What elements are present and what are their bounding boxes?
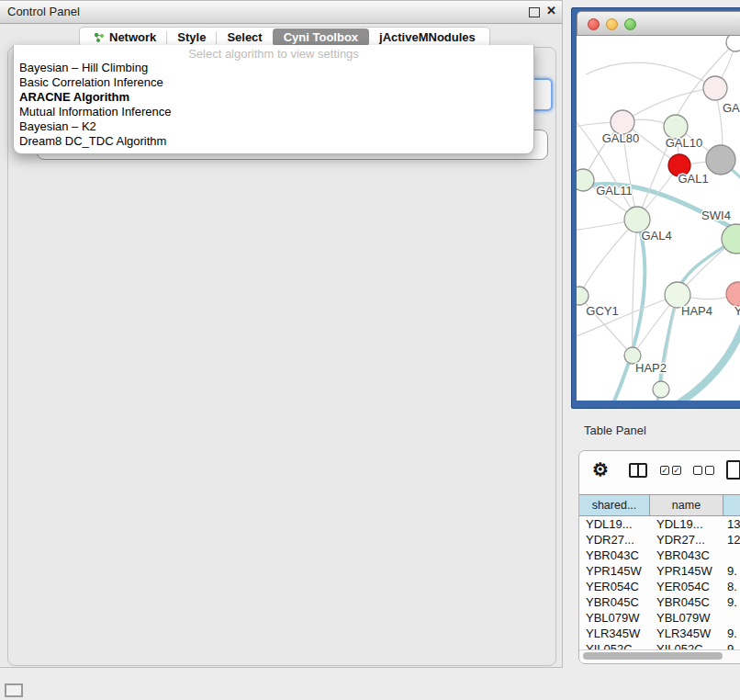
table-header-row: shared... name — [579, 494, 740, 516]
column-header-extra[interactable] — [723, 495, 740, 515]
scrollbar-thumb[interactable] — [583, 652, 723, 660]
tab-cyni-toolbox[interactable]: Cyni Toolbox — [273, 28, 369, 46]
node-label: GAL1 — [678, 172, 708, 186]
table-cell: YDL19... — [656, 516, 721, 532]
node-label: GAL11 — [596, 184, 633, 198]
network-node[interactable] — [577, 169, 594, 191]
algorithm-dropdown-popup: Select algorithm to view settings Bayesi… — [13, 45, 534, 154]
tab-jactivemnodules[interactable]: jActiveMNodules — [369, 28, 486, 46]
split-columns-icon[interactable] — [629, 463, 647, 478]
control-panel-window: Control Panel ✕ Network Style Select Cyn… — [0, 0, 563, 668]
table-row[interactable]: YBR045CYBR045C9. — [579, 594, 740, 610]
collapsed-panel-icon[interactable] — [5, 683, 23, 697]
table-cell: YPR145W — [586, 563, 648, 579]
table-cell: 9. — [727, 594, 740, 610]
table-row[interactable]: YER054CYER054C8. — [579, 579, 740, 594]
tab-network-label: Network — [109, 30, 156, 44]
close-icon[interactable]: ✕ — [546, 4, 556, 17]
node-label: GAL — [723, 101, 740, 115]
minimize-window-icon[interactable] — [606, 18, 618, 30]
table-body: YDL19...YDL19...13YDR27...YDR27...12YBR0… — [579, 516, 740, 649]
algorithm-option[interactable]: Bayesian – Hill Climbing — [14, 61, 533, 75]
table-cell: YDR27... — [586, 532, 648, 548]
table-cell: YDR27... — [656, 532, 721, 548]
table-cell: YBR043C — [656, 548, 721, 563]
table-cell: YBR043C — [586, 548, 648, 563]
table-cell: YBL079W — [586, 610, 648, 626]
table-cell: 9. — [727, 563, 740, 579]
network-tab-icon — [94, 32, 105, 43]
table-row[interactable]: YDL19...YDL19...13 — [579, 516, 740, 532]
node-label: GAL10 — [666, 136, 702, 150]
table-cell: YDL19... — [586, 516, 648, 532]
table-row[interactable]: YIL052CYIL052C9. — [579, 641, 740, 649]
table-cell: YBL079W — [656, 610, 721, 626]
table-cell: 9. — [727, 641, 740, 649]
node-label: GCY1 — [586, 304, 618, 318]
table-row[interactable]: YLR345WYLR345W9. — [579, 626, 740, 641]
network-node[interactable] — [703, 76, 727, 100]
algorithm-dropdown-list: Bayesian – Hill ClimbingBasic Correlatio… — [14, 61, 533, 149]
algorithm-option[interactable]: Bayesian – K2 — [14, 119, 533, 134]
table-horizontal-scrollbar[interactable] — [579, 649, 740, 662]
column-header-shared[interactable]: shared... — [579, 495, 650, 515]
algorithm-option[interactable]: Mutual Information Inference — [14, 105, 533, 119]
checked-pair-icon[interactable]: ✓✓ — [660, 466, 681, 475]
algorithm-option[interactable]: ARACNE Algorithm — [14, 90, 533, 105]
table-panel: ⚙ ✓✓ shared... name YDL19...YDL19...13YD… — [578, 450, 740, 664]
table-row[interactable]: YDR27...YDR27...12 — [579, 532, 740, 548]
control-panel-title: Control Panel — [7, 5, 80, 18]
table-panel-title: Table Panel — [584, 423, 646, 437]
tab-network[interactable]: Network — [84, 28, 166, 46]
control-panel-titlebar: Control Panel ✕ — [0, 1, 562, 24]
zoom-window-icon[interactable] — [624, 18, 636, 30]
table-toolbar: ⚙ ✓✓ — [579, 451, 740, 493]
table-row[interactable]: YBL079WYBL079W — [579, 610, 740, 626]
node-label: HAP2 — [635, 361, 667, 375]
tab-style[interactable]: Style — [167, 28, 216, 46]
algorithm-dropdown-placeholder: Select algorithm to view settings — [14, 47, 533, 61]
network-canvas[interactable]: GALGAL80GAL10GAL1GAL11GAL4SWI4GCY1HAP4YH… — [577, 36, 740, 401]
network-node[interactable] — [653, 381, 669, 398]
table-row[interactable]: YBR043CYBR043C — [579, 548, 740, 563]
node-label: GAL80 — [602, 131, 639, 145]
network-node[interactable] — [706, 145, 735, 175]
network-node[interactable] — [726, 282, 740, 306]
table-cell: YBR045C — [656, 594, 721, 610]
table-cell: 13 — [727, 516, 740, 532]
application-window: Control Panel ✕ Network Style Select Cyn… — [0, 0, 740, 700]
table-cell: YPR145W — [656, 563, 721, 579]
close-window-icon[interactable] — [588, 18, 600, 30]
algorithm-option[interactable]: Basic Correlation Inference — [14, 75, 533, 90]
table-cell: YLR345W — [586, 626, 648, 641]
column-header-name[interactable]: name — [650, 495, 723, 515]
table-cell: YIL052C — [586, 641, 648, 649]
float-window-icon[interactable] — [529, 7, 540, 17]
table-cell: 12 — [727, 532, 740, 548]
node-label: Y — [734, 304, 740, 318]
node-label: SWI4 — [701, 209, 731, 222]
tab-select[interactable]: Select — [217, 28, 272, 46]
table-row[interactable]: YPR145WYPR145W9. — [579, 563, 740, 579]
table-cell: YER054C — [656, 579, 721, 594]
algorithm-option[interactable]: Dream8 DC_TDC Algorithm — [14, 134, 533, 149]
network-window-titlebar — [577, 11, 740, 36]
table-cell: YLR345W — [656, 626, 721, 641]
unchecked-pair-icon[interactable] — [693, 466, 714, 475]
settings-gear-icon[interactable]: ⚙ — [592, 458, 609, 480]
table-cell: 8. — [727, 579, 740, 594]
table-cell: YER054C — [586, 579, 648, 594]
network-canvas-svg: GALGAL80GAL10GAL1GAL11GAL4SWI4GCY1HAP4YH… — [577, 36, 740, 401]
window-buttons — [588, 18, 636, 30]
node-label: HAP4 — [681, 304, 712, 318]
document-icon[interactable] — [726, 460, 740, 480]
node-label: GAL4 — [641, 229, 671, 243]
table-cell: 9. — [727, 626, 740, 641]
network-node[interactable] — [577, 287, 589, 305]
table-cell: YBR045C — [586, 594, 648, 610]
network-view-window: GALGAL80GAL10GAL1GAL11GAL4SWI4GCY1HAP4YH… — [571, 7, 740, 409]
table-cell: YIL052C — [656, 641, 721, 649]
